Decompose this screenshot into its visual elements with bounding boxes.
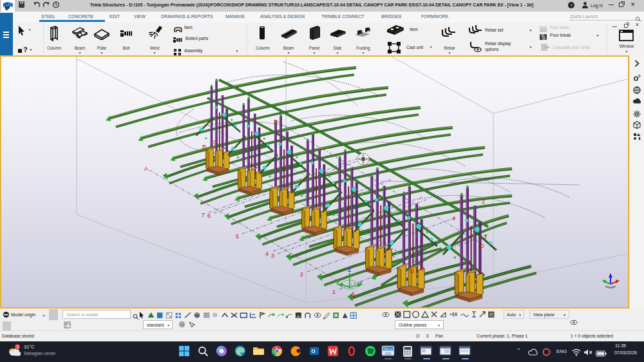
svg-text:X: X bbox=[359, 280, 363, 287]
svg-text:?: ? bbox=[570, 3, 573, 8]
svg-text:2023: 2023 bbox=[384, 352, 392, 356]
svg-text:2: 2 bbox=[482, 198, 485, 205]
svg-text:3: 3 bbox=[16, 344, 19, 350]
svg-text:D: D bbox=[480, 243, 484, 249]
svg-text:?: ? bbox=[638, 74, 641, 79]
svg-text:1: 1 bbox=[484, 234, 487, 240]
svg-text:6: 6 bbox=[207, 213, 211, 219]
svg-text:4: 4 bbox=[265, 251, 269, 257]
svg-text:3: 3 bbox=[271, 252, 274, 259]
svg-text:C: C bbox=[213, 139, 218, 146]
svg-text:A: A bbox=[144, 166, 148, 172]
svg-text:B: B bbox=[202, 144, 206, 150]
svg-text:Y: Y bbox=[336, 280, 339, 287]
svg-text:TEKLA: TEKLA bbox=[383, 348, 392, 351]
svg-text:C: C bbox=[420, 265, 424, 272]
svg-text:4: 4 bbox=[452, 215, 455, 222]
svg-text:5: 5 bbox=[236, 233, 239, 240]
svg-text:A: A bbox=[351, 292, 355, 299]
svg-text:?: ? bbox=[23, 46, 28, 53]
svg-text:7: 7 bbox=[202, 212, 205, 218]
svg-text:Z: Z bbox=[348, 267, 352, 273]
svg-text:D: D bbox=[274, 119, 278, 125]
svg-text:2: 2 bbox=[300, 271, 303, 278]
svg-text:B: B bbox=[410, 268, 414, 274]
svg-text:1: 1 bbox=[332, 289, 336, 295]
